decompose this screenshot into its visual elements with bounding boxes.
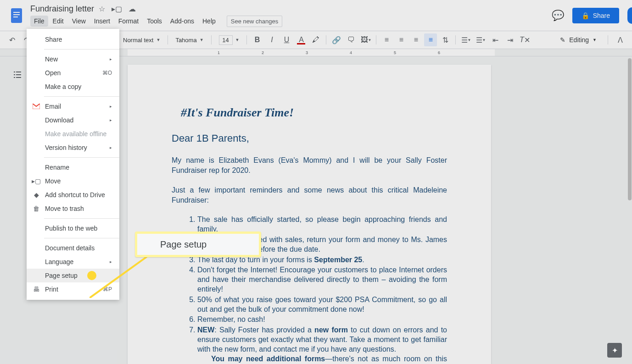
text-color-button[interactable]: A bbox=[295, 33, 308, 46]
highlight-button[interactable]: 🖍 bbox=[309, 33, 322, 46]
menu-view[interactable]: View bbox=[68, 16, 89, 27]
svg-rect-2 bbox=[13, 14, 20, 15]
underline-button[interactable]: U bbox=[280, 33, 293, 46]
menu-email[interactable]: Email▸ bbox=[27, 99, 119, 113]
svg-rect-8 bbox=[14, 77, 15, 78]
share-button[interactable]: 🔒 Share bbox=[572, 8, 619, 23]
ruler-tick: 4 bbox=[350, 50, 352, 55]
font-size-value: 14 bbox=[219, 35, 233, 45]
svg-rect-7 bbox=[16, 74, 21, 75]
link-button[interactable]: 🔗 bbox=[330, 33, 343, 46]
italic-button[interactable]: I bbox=[265, 33, 278, 46]
style-select[interactable]: Normal text▼ bbox=[119, 37, 164, 44]
menu-download[interactable]: Download▸ bbox=[27, 113, 119, 127]
docs-logo-icon[interactable] bbox=[7, 6, 26, 25]
font-size-select[interactable]: 14▼ bbox=[215, 35, 243, 45]
scrollbar[interactable] bbox=[627, 56, 632, 364]
menu-addons[interactable]: Add-ons bbox=[167, 16, 198, 27]
scroll-thumb[interactable] bbox=[628, 58, 632, 200]
outline-icon[interactable] bbox=[13, 70, 22, 81]
print-icon: 🖶 bbox=[32, 285, 40, 293]
menu-publish[interactable]: Publish to the web bbox=[27, 221, 119, 235]
ruler-tick: 1 bbox=[218, 50, 220, 55]
menu-new[interactable]: New▸ bbox=[27, 52, 119, 66]
editing-mode-button[interactable]: ✎ Editing ▼ bbox=[554, 34, 602, 45]
menu-edit[interactable]: Edit bbox=[49, 16, 67, 27]
doc-paragraph: Just a few important reminders and some … bbox=[172, 185, 447, 205]
see-new-changes-button[interactable]: See new changes bbox=[227, 16, 282, 27]
image-button[interactable]: 🖼▼ bbox=[359, 33, 372, 46]
style-label: Normal text bbox=[123, 37, 153, 44]
ruler-tick: 2 bbox=[262, 50, 264, 55]
menu-move[interactable]: ▸▢Move bbox=[27, 174, 119, 188]
page[interactable]: #It's Fundraiser Time! Dear 1B Parents, … bbox=[128, 65, 491, 364]
align-left-button[interactable]: ≡ bbox=[380, 33, 393, 46]
svg-rect-0 bbox=[11, 8, 22, 23]
comment-button[interactable]: 🗨 bbox=[345, 33, 358, 46]
align-center-button[interactable]: ≡ bbox=[395, 33, 408, 46]
menu-open[interactable]: Open⌘O bbox=[27, 66, 119, 80]
bold-button[interactable]: B bbox=[251, 33, 263, 46]
callout-label: Page setup bbox=[160, 239, 207, 250]
avatar[interactable] bbox=[627, 7, 632, 24]
menu-insert[interactable]: Insert bbox=[90, 16, 114, 27]
svg-rect-5 bbox=[16, 72, 21, 72]
menu-version-history[interactable]: Version history▸ bbox=[27, 141, 119, 154]
menu-document-details[interactable]: Document details bbox=[27, 241, 119, 255]
line-spacing-button[interactable]: ⇅ bbox=[439, 33, 452, 46]
svg-rect-4 bbox=[14, 72, 15, 72]
star-icon[interactable]: ☆ bbox=[99, 5, 105, 13]
share-label: Share bbox=[593, 12, 610, 19]
list-item: Remember, no cash! bbox=[197, 315, 447, 325]
svg-rect-9 bbox=[16, 77, 21, 78]
menu-offline[interactable]: Make available offline bbox=[27, 127, 119, 141]
pencil-icon: ✎ bbox=[560, 36, 565, 44]
menu-make-copy[interactable]: Make a copy bbox=[27, 80, 119, 94]
menu-rename[interactable]: Rename bbox=[27, 160, 119, 174]
svg-rect-6 bbox=[14, 74, 15, 75]
doc-greeting: Dear 1B Parents, bbox=[172, 132, 447, 144]
decrease-indent-button[interactable]: ⇤ bbox=[489, 33, 502, 46]
menu-share[interactable]: Share bbox=[27, 33, 119, 46]
menu-page-setup[interactable]: Page setup bbox=[27, 269, 119, 282]
menu-language[interactable]: Language▸ bbox=[27, 255, 119, 269]
increase-indent-button[interactable]: ⇥ bbox=[503, 33, 516, 46]
document-title[interactable]: Fundraising letter bbox=[30, 4, 94, 14]
menu-print[interactable]: 🖶Print⌘P bbox=[27, 282, 119, 296]
drive-icon: ◆ bbox=[32, 191, 40, 199]
clear-formatting-button[interactable]: T✕ bbox=[518, 33, 531, 46]
list-item: NEW: Sally Foster has provided a new for… bbox=[197, 325, 447, 364]
doc-paragraph: My name is Elizabeth Evans (Eva's Mommy)… bbox=[172, 155, 447, 175]
menu-format[interactable]: Format bbox=[115, 16, 142, 27]
svg-rect-1 bbox=[13, 12, 20, 13]
numbered-list-button[interactable]: ☰▼ bbox=[459, 33, 472, 46]
move-icon[interactable]: ▸▢ bbox=[112, 5, 122, 13]
menu-help[interactable]: Help bbox=[199, 16, 219, 27]
align-right-button[interactable]: ≡ bbox=[409, 33, 422, 46]
callout-box: Page setup bbox=[135, 232, 261, 257]
menu-file[interactable]: File bbox=[30, 16, 48, 27]
list-item: Don't forget the Internet! Encourage you… bbox=[197, 265, 447, 294]
bulleted-list-button[interactable]: ☰▼ bbox=[474, 33, 487, 46]
ruler-tick: 5 bbox=[394, 50, 396, 55]
menu-trash[interactable]: 🗑Move to trash bbox=[27, 202, 119, 215]
font-select[interactable]: Tahoma▼ bbox=[172, 37, 207, 44]
trash-icon: 🗑 bbox=[32, 204, 40, 213]
collapse-toolbar-button[interactable]: ᐱ bbox=[614, 33, 626, 46]
gmail-icon bbox=[32, 102, 40, 110]
undo-button[interactable]: ↶ bbox=[6, 33, 18, 46]
doc-heading: #It's Fundraiser Time! bbox=[172, 106, 447, 120]
align-justify-button[interactable]: ≡ bbox=[424, 33, 437, 46]
highlight-dot bbox=[87, 271, 96, 280]
ruler-tick: 3 bbox=[306, 50, 308, 55]
list-item: 50% of what you raise goes toward your $… bbox=[197, 295, 447, 314]
menubar: File Edit View Insert Format Tools Add-o… bbox=[30, 16, 552, 27]
cloud-icon[interactable]: ☁ bbox=[129, 5, 136, 13]
folder-icon: ▸▢ bbox=[32, 177, 40, 185]
file-menu-dropdown: Share New▸ Open⌘O Make a copy Email▸ Dow… bbox=[27, 29, 119, 300]
explore-button[interactable]: ✦ bbox=[607, 343, 622, 358]
editing-label: Editing bbox=[569, 36, 589, 44]
menu-tools[interactable]: Tools bbox=[143, 16, 166, 27]
menu-add-shortcut[interactable]: ◆Add shortcut to Drive bbox=[27, 188, 119, 202]
comments-icon[interactable]: 💬 bbox=[552, 10, 564, 22]
